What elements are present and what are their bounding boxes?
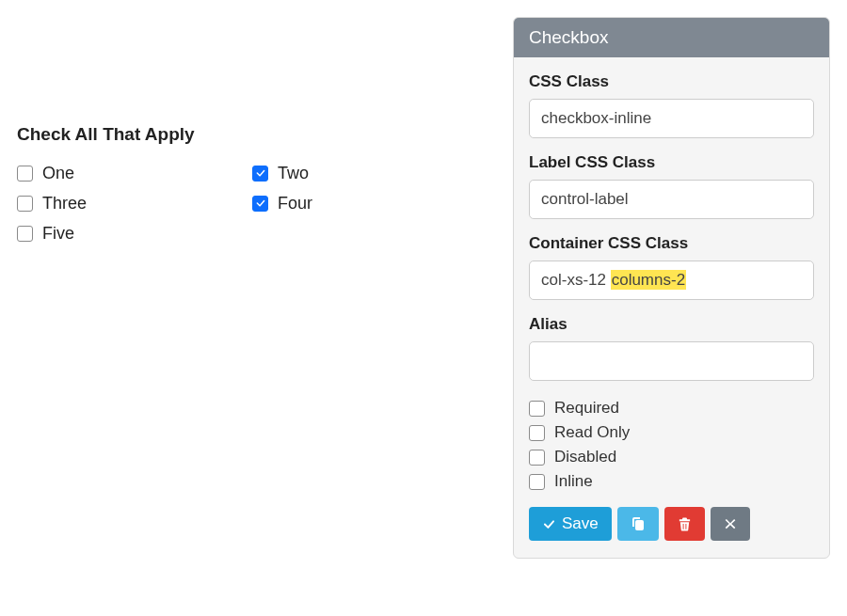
label-css-class-label: Label CSS Class [529, 153, 814, 172]
container-css-class-prefix: col-xs-12 [541, 271, 611, 289]
panel-title: Checkbox [514, 18, 829, 57]
preview-title: Check All That Apply [17, 124, 487, 145]
toggle-label: Required [554, 399, 619, 418]
button-row: Save [529, 507, 814, 541]
toggle-read-only[interactable]: Read Only [529, 420, 814, 445]
checkbox-icon [252, 196, 268, 212]
toggle-list: Required Read Only Disabled Inline [529, 396, 814, 494]
css-class-label: CSS Class [529, 72, 814, 91]
alias-input[interactable] [529, 341, 814, 381]
option-label: Two [278, 164, 309, 183]
checkbox-icon [529, 425, 545, 441]
toggle-label: Read Only [554, 423, 630, 442]
delete-button[interactable] [664, 507, 705, 541]
toggle-label: Inline [554, 472, 593, 491]
copy-icon [631, 516, 646, 531]
option-two[interactable]: Two [252, 164, 487, 183]
container-css-class-label: Container CSS Class [529, 234, 814, 253]
toggle-required[interactable]: Required [529, 396, 814, 420]
copy-button[interactable] [617, 507, 659, 541]
checkbox-icon [252, 166, 268, 182]
preview-options: One Two Three Four [17, 158, 487, 248]
check-icon [542, 517, 556, 531]
checkbox-preview: Check All That Apply One Two Three [17, 124, 487, 248]
container-css-class-highlight: columns-2 [611, 270, 686, 290]
close-button[interactable] [711, 507, 750, 541]
trash-icon [678, 516, 692, 531]
container-css-class-input[interactable]: col-xs-12 columns-2 [529, 261, 814, 300]
option-label: Five [42, 224, 74, 244]
close-icon [724, 517, 737, 530]
checkbox-icon [529, 474, 545, 490]
save-button[interactable]: Save [529, 507, 612, 541]
option-label: Four [278, 194, 312, 213]
checkbox-icon [17, 226, 33, 242]
label-css-class-input[interactable] [529, 180, 814, 219]
checkbox-icon [529, 450, 545, 466]
option-five[interactable]: Five [17, 224, 252, 244]
checkbox-icon [529, 401, 545, 417]
css-class-input[interactable] [529, 99, 814, 138]
properties-panel: Checkbox CSS Class Label CSS Class Conta… [513, 17, 830, 559]
checkbox-icon [17, 166, 33, 182]
option-one[interactable]: One [17, 164, 252, 183]
toggle-label: Disabled [554, 448, 616, 466]
toggle-disabled[interactable]: Disabled [529, 445, 814, 469]
checkbox-icon [17, 196, 33, 212]
option-label: Three [42, 194, 87, 213]
toggle-inline[interactable]: Inline [529, 469, 814, 494]
option-three[interactable]: Three [17, 194, 252, 213]
option-label: One [42, 164, 74, 183]
save-button-label: Save [562, 514, 599, 533]
alias-label: Alias [529, 315, 814, 334]
option-four[interactable]: Four [252, 194, 487, 213]
